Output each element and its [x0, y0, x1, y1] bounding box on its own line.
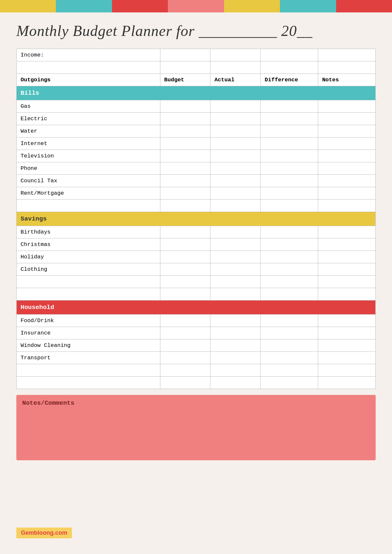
bottom-color-bar — [0, 542, 392, 554]
income-budget — [160, 49, 210, 61]
income-row: Income: — [17, 49, 376, 61]
birthdays-label: Birthdays — [17, 226, 160, 238]
row-council-tax: Council Tax — [17, 175, 376, 187]
row-internet: Internet — [17, 138, 376, 150]
row-food-drink: Food/Drink — [17, 315, 376, 327]
row-water: Water — [17, 125, 376, 138]
empty-row-savings-2 — [17, 288, 376, 301]
row-electric: Electric — [17, 113, 376, 125]
row-insurance: Insurance — [17, 327, 376, 339]
page-content: Monthly Budget Planner for __________ 20… — [0, 12, 392, 467]
row-christmas: Christmas — [17, 238, 376, 251]
row-clothing: Clothing — [17, 263, 376, 276]
empty-row-savings-1 — [17, 276, 376, 288]
top-color-bar — [0, 0, 392, 12]
row-phone: Phone — [17, 162, 376, 175]
window-cleaning-label: Window Cleaning — [17, 339, 160, 352]
actual-header: Actual — [210, 74, 261, 86]
household-section-header: Household — [17, 301, 376, 315]
budget-table: Income: Outgoings Budget Actual Differen… — [16, 49, 376, 389]
savings-label: Savings — [17, 212, 376, 226]
savings-section-header: Savings — [17, 212, 376, 226]
empty-row-1 — [17, 61, 376, 74]
holiday-label: Holiday — [17, 251, 160, 263]
bar-seg-6 — [280, 0, 336, 12]
bar-seg-5 — [224, 0, 280, 12]
notes-header: Notes — [318, 74, 376, 86]
insurance-label: Insurance — [17, 327, 160, 339]
budget-header: Budget — [160, 74, 210, 86]
row-holiday: Holiday — [17, 251, 376, 263]
income-notes — [318, 49, 376, 61]
empty-row-household-1 — [17, 364, 376, 377]
internet-label: Internet — [17, 138, 160, 150]
electric-label: Electric — [17, 113, 160, 125]
transport-label: Transport — [17, 352, 160, 364]
christmas-label: Christmas — [17, 238, 160, 251]
column-headers: Outgoings Budget Actual Difference Notes — [17, 74, 376, 86]
row-window-cleaning: Window Cleaning — [17, 339, 376, 352]
phone-label: Phone — [17, 162, 160, 175]
television-label: Television — [17, 150, 160, 162]
income-diff — [261, 49, 318, 61]
bar-seg-7 — [336, 0, 392, 12]
page-title: Monthly Budget Planner for __________ 20… — [16, 22, 376, 40]
council-tax-label: Council Tax — [17, 175, 160, 187]
bar-seg-3 — [112, 0, 168, 12]
row-television: Television — [17, 150, 376, 162]
difference-header: Difference — [261, 74, 318, 86]
rent-mortgage-label: Rent/Mortgage — [17, 187, 160, 200]
gas-label: Gas — [17, 100, 160, 113]
bar-seg-4 — [168, 0, 224, 12]
watermark-label: Gembloong.com — [16, 528, 72, 538]
clothing-label: Clothing — [17, 263, 160, 276]
empty-row-household-2 — [17, 377, 376, 389]
household-label: Household — [17, 301, 376, 315]
water-label: Water — [17, 125, 160, 138]
row-rent-mortgage: Rent/Mortgage — [17, 187, 376, 200]
notes-comments-box: Notes/Comments — [16, 395, 376, 460]
income-actual — [210, 49, 261, 61]
empty-row-bills — [17, 200, 376, 212]
bar-seg-2 — [56, 0, 112, 12]
row-birthdays: Birthdays — [17, 226, 376, 238]
food-drink-label: Food/Drink — [17, 315, 160, 327]
bills-section-header: Bills — [17, 86, 376, 100]
bar-seg-1 — [0, 0, 56, 12]
row-gas: Gas — [17, 100, 376, 113]
income-label: Income: — [17, 49, 160, 61]
outgoings-header: Outgoings — [17, 74, 160, 86]
notes-title: Notes/Comments — [22, 399, 370, 407]
row-transport: Transport — [17, 352, 376, 364]
bills-label: Bills — [17, 86, 376, 100]
